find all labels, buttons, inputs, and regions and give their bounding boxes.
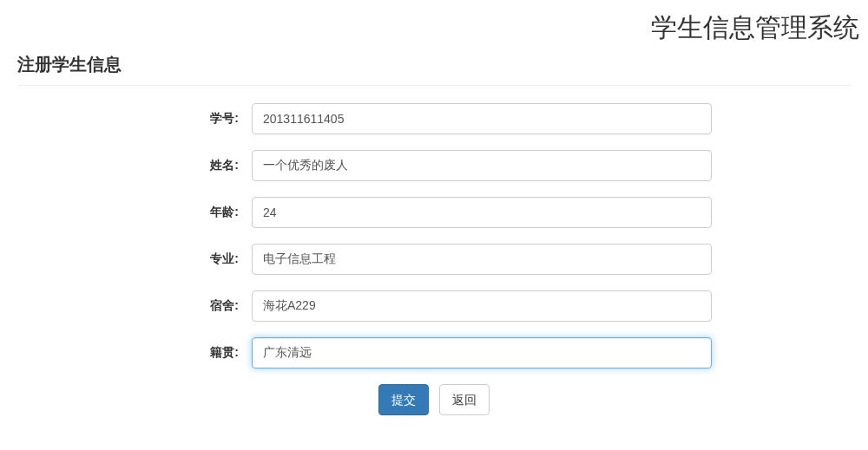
form-group-student-id: 学号:: [17, 103, 851, 134]
age-input[interactable]: [252, 197, 712, 228]
dormitory-label: 宿舍:: [17, 298, 252, 314]
system-title: 学生信息管理系统: [17, 0, 859, 53]
form-group-dormitory: 宿舍:: [17, 290, 851, 322]
form-group-name: 姓名:: [17, 150, 851, 181]
major-label: 专业:: [17, 251, 252, 267]
page-title: 注册学生信息: [17, 53, 851, 86]
submit-button[interactable]: 提交: [378, 384, 429, 415]
age-label: 年龄:: [17, 205, 252, 220]
form-group-major: 专业:: [17, 244, 851, 275]
form-group-native-place: 籍贯:: [17, 337, 851, 368]
back-button[interactable]: 返回: [439, 384, 490, 415]
student-id-input[interactable]: [252, 103, 712, 134]
button-group: 提交 返回: [17, 384, 851, 415]
native-place-input[interactable]: [252, 337, 712, 368]
major-input[interactable]: [252, 244, 712, 275]
student-id-label: 学号:: [17, 111, 252, 127]
name-input[interactable]: [252, 150, 712, 181]
native-place-label: 籍贯:: [17, 345, 252, 361]
form-group-age: 年龄:: [17, 197, 851, 228]
dormitory-input[interactable]: [252, 290, 712, 322]
name-label: 姓名:: [17, 158, 252, 173]
student-form: 学号: 姓名: 年龄: 专业: 宿舍: 籍贯: 提交 返回: [17, 103, 851, 415]
